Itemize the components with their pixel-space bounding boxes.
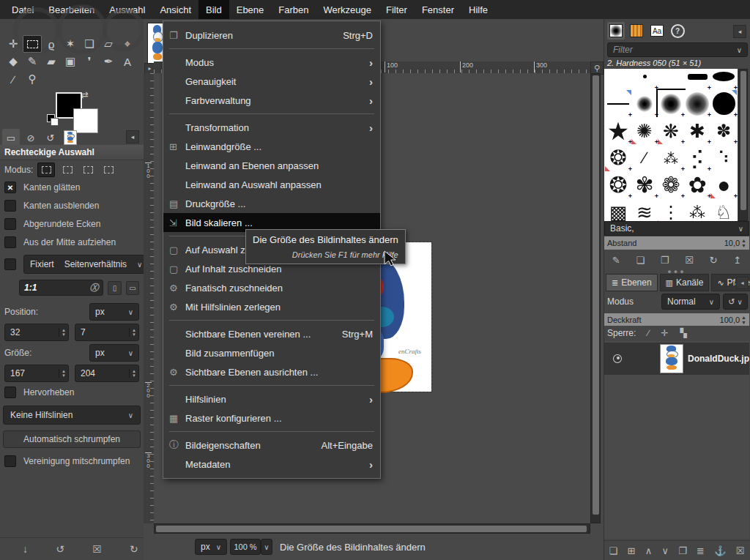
tab-image-thumbnail[interactable] xyxy=(62,129,79,146)
brush-grid[interactable]: ++++++++★+✺+❋+✱+✽+❂+∕⁂+⡪+⠱❂+✾+❁+✿+●+▩+≋+… xyxy=(604,69,738,221)
smudge-tool[interactable]: ❜ xyxy=(80,53,99,70)
brush-sponge5[interactable]: ●+ xyxy=(710,171,737,198)
fuzzy-select-tool[interactable]: ✶ xyxy=(61,35,80,53)
tab-fonts[interactable]: Aa xyxy=(648,22,666,40)
layer-mode-switch-button[interactable]: ↺∨ xyxy=(723,294,748,310)
save-preset-button[interactable]: ↓ xyxy=(23,543,28,555)
brush-tex4[interactable]: ⁂+ xyxy=(684,198,710,221)
menu-item-leinwandgröße[interactable]: ⊞Leinwandgröße ... xyxy=(163,137,380,156)
delete-brush-button[interactable]: ☒ xyxy=(685,255,694,266)
feather-checkbox-row[interactable]: Kanten ausblenden xyxy=(4,200,99,212)
brush-splat2[interactable]: ❋+ xyxy=(658,117,684,144)
expand-from-center-checkbox[interactable] xyxy=(4,236,16,248)
tab-device-status[interactable]: ⊘ xyxy=(22,129,40,146)
layer-list[interactable]: DonaldDuck.jp xyxy=(604,341,749,539)
layer-thumbnail[interactable] xyxy=(660,344,683,373)
brush-group-dropdown[interactable]: Basic,∨ xyxy=(604,221,749,236)
statusbar-zoom-dropdown-icon[interactable]: ∨ xyxy=(261,539,272,555)
menubar-item-ansicht[interactable]: Ansicht xyxy=(152,0,198,19)
rectangle-select-tool[interactable] xyxy=(23,35,42,53)
menu-item-duplizieren[interactable]: ❐DuplizierenStrg+D xyxy=(163,26,380,45)
menu-item-leinwand-an-auswahl-anpassen[interactable]: Leinwand an Auswahl anpassen xyxy=(163,175,380,194)
brush-tex2[interactable]: ≋+ xyxy=(631,198,658,221)
spacing-slider[interactable]: Abstand 10,0 ▲▼ xyxy=(604,236,749,250)
restore-preset-button[interactable]: ↺ xyxy=(56,543,64,555)
menu-item-farbverwaltung[interactable]: Farbverwaltung› xyxy=(163,91,380,110)
handle-transform-tool[interactable]: ⌖ xyxy=(118,35,137,53)
anchor-layer-button[interactable]: ⚓ xyxy=(714,545,726,556)
mode-add-button[interactable] xyxy=(59,163,75,176)
ink-tool[interactable]: ✒ xyxy=(99,53,118,70)
vertical-ruler[interactable]: 100200300 xyxy=(144,73,155,523)
open-brush-as-image-button[interactable]: ↥ xyxy=(733,255,741,266)
shrink-merged-checkbox-row[interactable]: Vereinigung mitschrumpfen xyxy=(4,455,130,467)
paintbrush-tool[interactable]: ✎ xyxy=(23,53,42,70)
duplicate-layer-button[interactable]: ❐ xyxy=(678,545,687,556)
mode-intersect-button[interactable] xyxy=(100,163,116,176)
lock-pixels-icon[interactable]: ∕ xyxy=(647,328,649,338)
collapse-dock-icon[interactable]: ◂ xyxy=(126,130,139,143)
lock-alpha-icon[interactable]: ▚ xyxy=(680,328,686,338)
vertical-scrollbar[interactable] xyxy=(590,73,601,523)
highlight-checkbox[interactable] xyxy=(4,387,16,398)
brush-dot[interactable]: + xyxy=(631,69,658,90)
menu-item-druckgröße[interactable]: ▤Druckgröße ... xyxy=(163,194,380,213)
menu-item-bildeigenschaften[interactable]: ⓘBildeigenschaftenAlt+Eingabe xyxy=(163,436,380,455)
menu-item-hilfslinien[interactable]: Hilfslinien› xyxy=(163,389,380,408)
menubar-item-werkzeuge[interactable]: Werkzeuge xyxy=(316,0,379,19)
collapse-dock-icon[interactable]: ◂ xyxy=(736,277,749,289)
brush-sponge2[interactable]: ✾+ xyxy=(631,171,658,198)
position-y-input[interactable]: 7▲▼ xyxy=(75,324,139,341)
menu-item-genauigkeit[interactable]: Genauigkeit› xyxy=(163,72,380,91)
landscape-icon[interactable]: ▭ xyxy=(126,281,139,295)
menu-item-sichtbare-ebenen-ausrichten[interactable]: ⚙Sichtbare Ebenen ausrichten ... xyxy=(163,362,380,381)
visibility-eye-icon[interactable] xyxy=(613,354,622,363)
duplicate-brush-button[interactable]: ❐ xyxy=(661,255,669,266)
statusbar-zoom-input[interactable]: 100 % xyxy=(230,539,261,555)
brush-bar[interactable]: + xyxy=(684,69,710,90)
tab-ebenen[interactable]: ≣Ebenen xyxy=(606,274,658,291)
delete-layer-button[interactable]: ☒ xyxy=(736,545,745,556)
brush-soft2[interactable]: + xyxy=(658,90,684,117)
horizontal-scrollbar[interactable] xyxy=(154,523,590,534)
expand-from-center-checkbox-row[interactable]: Aus der Mitte aufziehen xyxy=(4,236,116,248)
brush-scatter2[interactable]: ⡪+ xyxy=(684,144,710,171)
brush-diag[interactable]: ∕ xyxy=(631,144,658,171)
brush-line[interactable]: + xyxy=(605,90,631,117)
shrink-merged-checkbox[interactable] xyxy=(4,455,16,467)
clone-tool[interactable]: ▣ xyxy=(61,53,80,70)
rounded-corners-checkbox[interactable] xyxy=(4,218,16,230)
brush-hellipse[interactable]: + xyxy=(710,69,737,90)
brush-splat1[interactable]: ✺+ xyxy=(631,117,658,144)
move-tool[interactable]: ✛ xyxy=(4,35,23,53)
menu-item-fanatisch-zuschneiden[interactable]: ⚙Fanatisch zuschneiden xyxy=(163,278,380,297)
collapse-dock-icon[interactable]: ◂ xyxy=(733,25,746,38)
menubar-item-bild[interactable]: Bild xyxy=(198,0,229,19)
menubar-item-farben[interactable]: Farben xyxy=(271,0,316,19)
position-unit-dropdown[interactable]: px∨ xyxy=(89,303,139,321)
brush-circle[interactable]: + xyxy=(710,90,737,117)
brush-blank[interactable] xyxy=(605,69,631,90)
auto-shrink-button[interactable]: Automatisch schrumpfen xyxy=(3,430,141,448)
bucket-fill-tool[interactable]: ◆ xyxy=(4,53,23,70)
rounded-corners-checkbox-row[interactable]: Abgerundete Ecken xyxy=(4,218,100,230)
brush-chalk[interactable]: ❂+ xyxy=(605,144,631,171)
menu-item-bild-zusammenfügen[interactable]: Bild zusammenfügen xyxy=(163,343,380,362)
layer-row[interactable]: DonaldDuck.jp xyxy=(604,343,749,375)
size-width-input[interactable]: 167▲▼ xyxy=(4,365,69,382)
guides-dropdown[interactable]: Keine Hilfslinien∨ xyxy=(3,406,141,425)
brush-scrollbar-thumb[interactable] xyxy=(740,71,746,210)
menubar-item-fenster[interactable]: Fenster xyxy=(415,0,461,19)
brush-tex5[interactable]: ♘+ xyxy=(710,198,737,221)
tab-patterns[interactable] xyxy=(628,22,645,40)
horizontal-scrollbar-thumb[interactable] xyxy=(156,526,587,532)
menu-item-mit-hilfslinien-zerlegen[interactable]: ⚙Mit Hilfslinien zerlegen xyxy=(163,297,380,316)
brush-splat3[interactable]: ✱+ xyxy=(684,117,710,144)
default-colors-icon[interactable] xyxy=(51,118,59,126)
mode-subtract-button[interactable] xyxy=(80,163,96,176)
brush-soft3[interactable]: + xyxy=(684,90,710,117)
brush-scrollbar[interactable] xyxy=(738,69,748,221)
reset-options-button[interactable]: ↻ xyxy=(130,543,138,555)
eraser-tool[interactable]: ▰ xyxy=(42,53,61,70)
menu-item-sichtbare-ebenen-vereinen[interactable]: Sichtbare Ebenen vereinen ...Strg+M xyxy=(163,324,380,343)
